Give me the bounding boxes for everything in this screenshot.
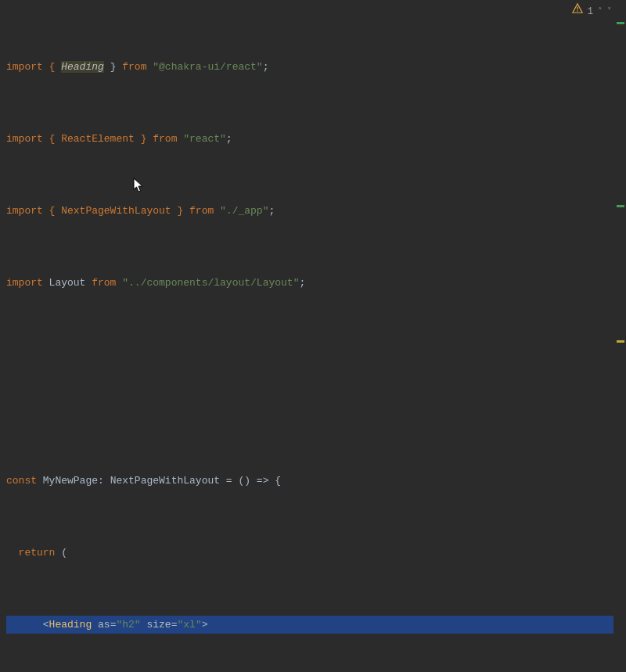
code-line[interactable]: return ( xyxy=(6,544,613,562)
token-keyword: from xyxy=(189,205,220,217)
token-keyword: from xyxy=(153,133,183,145)
code-editor[interactable]: import { Heading } from "@chakra-ui/reac… xyxy=(0,0,626,672)
gutter-mark-change[interactable] xyxy=(617,22,624,24)
token: ; xyxy=(263,61,269,73)
token-keyword: return xyxy=(19,547,62,559)
token: ; xyxy=(299,277,305,289)
gutter-mark-warning[interactable] xyxy=(617,340,624,343)
token-keyword: from xyxy=(92,277,122,289)
token: Layout xyxy=(49,277,92,289)
token: ; xyxy=(268,205,275,217)
token: = xyxy=(171,619,178,631)
token: > xyxy=(202,619,208,631)
token-string: "./_app" xyxy=(220,205,268,217)
mouse-cursor-icon xyxy=(133,178,146,193)
chevron-down-icon[interactable]: ˅ xyxy=(607,3,612,21)
code-line[interactable] xyxy=(6,346,613,364)
warning-icon xyxy=(572,3,583,21)
token-keyword: import { ReactElement } xyxy=(6,133,153,145)
token-keyword: import { NextPageWithLayout } xyxy=(6,205,189,217)
token-keyword: import xyxy=(6,277,49,289)
code-line[interactable]: import { Heading } from "@chakra-ui/reac… xyxy=(6,58,613,76)
code-line[interactable]: const MyNewPage: NextPageWithLayout = ()… xyxy=(6,472,613,490)
token-keyword: import { xyxy=(6,61,61,73)
token-string: "@chakra-ui/react" xyxy=(153,61,262,73)
code-line-selected[interactable]: <Heading as="h2" size="xl"> xyxy=(6,616,613,634)
inspection-widget[interactable]: 1 ˄ ˅ xyxy=(572,3,612,21)
token-keyword: const xyxy=(6,475,43,487)
token-string: "xl" xyxy=(178,619,202,631)
error-stripe-gutter[interactable] xyxy=(615,0,626,672)
code-line[interactable]: import { ReactElement } from "react"; xyxy=(6,130,613,148)
token: < xyxy=(6,619,49,631)
token-identifier-highlight: Heading xyxy=(61,61,104,73)
token-keyword: from xyxy=(122,61,153,73)
token: ( xyxy=(61,547,67,559)
token: } xyxy=(104,61,122,73)
token-string: "h2" xyxy=(116,619,146,631)
token-attr: as xyxy=(98,619,110,631)
token-attr: size xyxy=(146,619,171,631)
warning-count: 1 xyxy=(588,3,593,21)
token xyxy=(6,547,19,559)
token: ; xyxy=(226,133,232,145)
svg-rect-1 xyxy=(577,10,577,11)
token: MyNewPage: NextPageWithLayout = () => { xyxy=(43,475,281,487)
token-tag: Heading xyxy=(49,619,98,631)
gutter-mark-change[interactable] xyxy=(617,205,624,207)
code-line[interactable]: import Layout from "../components/layout… xyxy=(6,274,613,292)
token-string: "react" xyxy=(183,133,226,145)
code-area[interactable]: import { Heading } from "@chakra-ui/reac… xyxy=(0,0,613,672)
chevron-up-icon[interactable]: ˄ xyxy=(598,3,603,21)
code-line[interactable]: import { NextPageWithLayout } from "./_a… xyxy=(6,202,613,220)
token-string: "../components/layout/Layout" xyxy=(122,277,299,289)
svg-rect-0 xyxy=(577,7,577,10)
code-line[interactable] xyxy=(6,400,613,418)
